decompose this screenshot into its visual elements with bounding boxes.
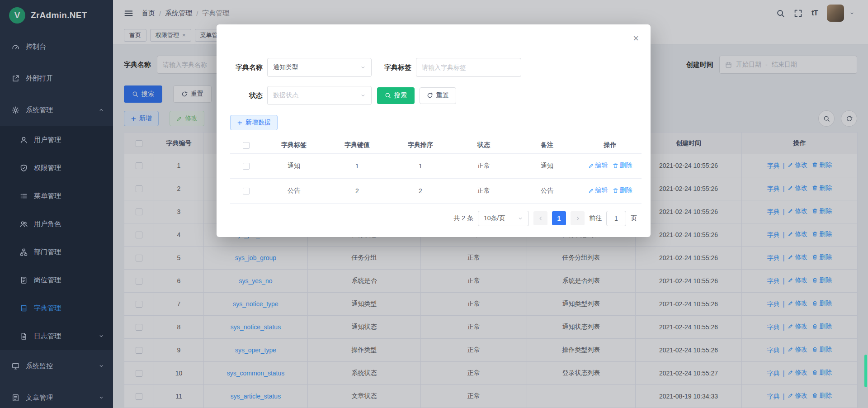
edit-icon <box>588 188 594 194</box>
search-icon <box>385 92 391 99</box>
dict-label-input-wrap <box>416 58 521 77</box>
chevron-down-icon <box>360 93 366 98</box>
prev-page-button[interactable] <box>533 211 547 225</box>
chevron-right-icon <box>575 216 580 221</box>
chevron-left-icon <box>538 216 543 221</box>
dict-data-row: 公告22正常公告编辑删除 <box>230 178 642 203</box>
dict-name-select-value: 通知类型 <box>273 63 298 71</box>
dict-status-cell: 正常 <box>452 178 515 203</box>
status-select[interactable]: 数据状态 <box>267 86 372 105</box>
modal-search-button[interactable]: 搜索 <box>377 87 415 104</box>
modal-search-button-label: 搜索 <box>394 91 407 100</box>
page-size-select[interactable]: 10条/页 <box>478 211 529 226</box>
modal-status-label: 状态 <box>230 91 263 100</box>
dict-key-cell: 1 <box>326 153 389 178</box>
dict-label-cell: 通知 <box>262 153 326 178</box>
dict-data-header-row: 字典标签 字典键值 字典排序 状态 备注 操作 <box>230 137 642 153</box>
delete-action-link[interactable]: 删除 <box>613 186 632 195</box>
row-checkbox[interactable] <box>243 163 250 170</box>
dict-name-select[interactable]: 通知类型 <box>267 58 372 77</box>
chevron-down-icon <box>518 216 523 221</box>
column-header: 字典排序 <box>389 137 452 153</box>
dict-remark-cell: 公告 <box>515 178 579 203</box>
refresh-icon <box>427 92 433 99</box>
trash-icon <box>613 188 618 194</box>
modal-dict-label-label: 字典标签 <box>372 63 411 72</box>
close-icon[interactable]: × <box>633 33 639 43</box>
modal-filter-row-1: 字典名称 通知类型 字典标签 <box>230 58 637 77</box>
dict-label-cell: 公告 <box>262 178 326 203</box>
modal-reset-button[interactable]: 重置 <box>420 87 456 104</box>
select-all-checkbox[interactable] <box>243 142 250 149</box>
dict-label-input[interactable] <box>422 64 515 71</box>
dict-status-cell: 正常 <box>452 153 515 178</box>
dict-data-dialog: × 字典名称 通知类型 字典标签 状态 数据状态 搜索 <box>217 24 651 237</box>
goto-page-input[interactable] <box>612 215 620 222</box>
column-header: 字典键值 <box>326 137 389 153</box>
goto-label: 前往 <box>589 214 602 223</box>
edit-action-link[interactable]: 编辑 <box>588 161 608 170</box>
column-header: 操作 <box>579 137 642 153</box>
plus-icon <box>237 120 243 126</box>
page-size-value: 10条/页 <box>484 214 505 223</box>
app-screen: V ZrAdmin.NET 控制台 外部打开 系统管理 用户管理 权限管理 <box>0 0 868 408</box>
goto-page-input-wrap <box>606 211 626 226</box>
next-page-button[interactable] <box>571 211 585 225</box>
row-checkbox[interactable] <box>243 188 250 195</box>
dict-data-table: 字典标签 字典键值 字典排序 状态 备注 操作 通知11正常通知编辑删除公告22… <box>230 137 642 204</box>
column-header: 字典标签 <box>262 137 326 153</box>
dict-remark-cell: 通知 <box>515 153 579 178</box>
modal-reset-button-label: 重置 <box>436 91 449 100</box>
chevron-down-icon <box>360 65 366 70</box>
modal-filter-row-2: 状态 数据状态 搜索 重置 <box>230 86 637 105</box>
scrollbar-thumb[interactable] <box>864 355 867 387</box>
trash-icon <box>613 163 618 169</box>
modal-dict-name-label: 字典名称 <box>230 63 263 72</box>
status-select-placeholder: 数据状态 <box>273 91 298 100</box>
dict-key-cell: 2 <box>326 178 389 203</box>
dict-sort-cell: 2 <box>389 178 452 203</box>
add-data-button-label: 新增数据 <box>245 119 271 127</box>
dict-data-table-wrap: 字典标签 字典键值 字典排序 状态 备注 操作 通知11正常通知编辑删除公告22… <box>230 137 637 204</box>
edit-action-link[interactable]: 编辑 <box>588 186 608 195</box>
page-unit-label: 页 <box>631 214 637 223</box>
add-data-button[interactable]: 新增数据 <box>230 115 278 130</box>
delete-action-link[interactable]: 删除 <box>613 161 632 170</box>
dict-data-row: 通知11正常通知编辑删除 <box>230 153 642 178</box>
pagination: 共 2 条 10条/页 1 前往 页 <box>230 211 637 226</box>
current-page-button[interactable]: 1 <box>552 211 566 225</box>
column-header: 备注 <box>515 137 579 153</box>
edit-icon <box>588 163 594 169</box>
column-header: 状态 <box>452 137 515 153</box>
dict-sort-cell: 1 <box>389 153 452 178</box>
pagination-total: 共 2 条 <box>453 214 473 223</box>
